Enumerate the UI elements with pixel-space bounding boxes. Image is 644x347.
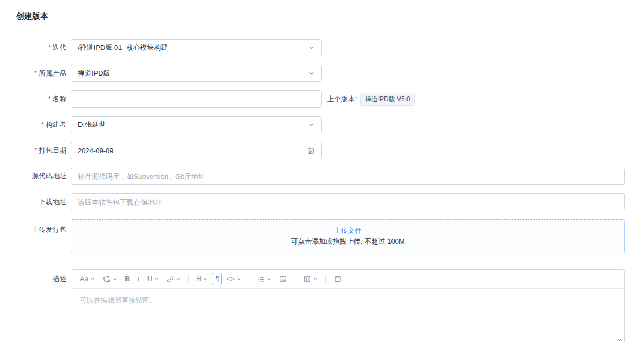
- italic-glyph: I: [137, 275, 139, 283]
- source-code-input[interactable]: [71, 168, 625, 185]
- required-mark: *: [34, 69, 37, 77]
- upload-label: 上传发行包: [16, 225, 66, 235]
- row-iteration: *迭代 /禅道IPD版 01- 核心模块构建: [16, 39, 644, 56]
- paragraph-button[interactable]: ¶: [212, 273, 222, 285]
- code-button[interactable]: <>: [223, 273, 244, 285]
- panel-button[interactable]: [330, 273, 345, 285]
- editor-content-area[interactable]: 可以在编辑器直接贴图。: [71, 289, 624, 343]
- row-description: 描述 Aa B I U: [16, 269, 644, 343]
- toolbar-divider: [325, 275, 326, 283]
- chevron-down-icon: [236, 277, 241, 282]
- product-select[interactable]: 禅道IPD版: [71, 65, 322, 82]
- description-editor: Aa B I U: [71, 269, 625, 343]
- row-name: *名称 上个版本: 禅道IPD版 V5.0: [16, 90, 644, 108]
- product-label: *所属产品: [16, 69, 66, 78]
- paragraph-glyph: ¶: [215, 275, 219, 283]
- image-icon: [279, 275, 287, 283]
- required-mark: *: [34, 146, 37, 154]
- bold-glyph: B: [125, 275, 130, 283]
- chevron-down-icon: [313, 277, 318, 282]
- image-button[interactable]: [276, 273, 291, 285]
- code-glyph: <>: [226, 275, 234, 283]
- upload-dropzone[interactable]: 上传文件 可点击添加或拖拽上传, 不超过 100M: [71, 219, 625, 253]
- chevron-down-icon: [203, 277, 208, 282]
- row-download: 下载地址: [16, 193, 644, 210]
- color-palette-icon: [102, 275, 111, 283]
- table-button[interactable]: [300, 273, 321, 285]
- toolbar-divider: [188, 275, 189, 283]
- calendar-icon: [307, 147, 315, 155]
- page-title: 创建版本: [16, 11, 644, 21]
- name-input[interactable]: [71, 90, 322, 108]
- row-source-code: 源代码地址: [16, 168, 644, 185]
- chevron-down-icon: [308, 122, 315, 128]
- font-style-glyph: Aa: [80, 275, 88, 283]
- iteration-select-value: /禅道IPD版 01- 核心模块构建: [78, 43, 168, 52]
- link-icon: [166, 275, 174, 283]
- upload-file-link[interactable]: 上传文件: [334, 226, 362, 236]
- link-button[interactable]: [163, 273, 184, 285]
- italic-button[interactable]: I: [134, 273, 143, 285]
- required-mark: *: [41, 120, 44, 129]
- iteration-label: *迭代: [16, 43, 66, 52]
- toolbar-divider: [249, 275, 249, 283]
- name-label: *名称: [16, 94, 66, 104]
- create-build-page: 创建版本 *迭代 /禅道IPD版 01- 核心模块构建 *所属产品 禅道IPD版…: [0, 0, 644, 343]
- underline-glyph: U: [147, 275, 152, 283]
- underline-button[interactable]: U: [144, 273, 162, 285]
- chevron-down-icon: [308, 44, 315, 51]
- editor-toolbar: Aa B I U: [71, 270, 624, 289]
- row-build-date: *打包日期 2024-09-09: [16, 142, 644, 159]
- build-date-label: *打包日期: [16, 146, 66, 155]
- chevron-down-icon: [308, 70, 315, 77]
- list-button[interactable]: [254, 273, 275, 285]
- iteration-select[interactable]: /禅道IPD版 01- 核心模块构建: [71, 39, 322, 56]
- product-select-value: 禅道IPD版: [78, 69, 110, 78]
- heading-button[interactable]: H: [193, 273, 211, 285]
- resize-handle[interactable]: [617, 335, 623, 341]
- description-label: 描述: [16, 274, 66, 284]
- row-upload: 上传发行包 上传文件 可点击添加或拖拽上传, 不超过 100M: [16, 219, 644, 253]
- previous-version-badge: 禅道IPD版 V5.0: [360, 93, 415, 106]
- heading-glyph: H: [196, 275, 201, 283]
- build-date-value: 2024-09-09: [78, 147, 114, 155]
- chevron-down-icon: [90, 277, 95, 282]
- row-builder: *构建者 D:张延世: [16, 116, 644, 133]
- chevron-down-icon: [176, 277, 181, 282]
- bold-button[interactable]: B: [122, 273, 133, 285]
- builder-select-value: D:张延世: [78, 120, 106, 130]
- previous-version-label: 上个版本:: [327, 94, 357, 104]
- builder-select[interactable]: D:张延世: [71, 116, 322, 133]
- table-icon: [303, 275, 312, 283]
- source-code-label: 源代码地址: [16, 171, 66, 181]
- required-mark: *: [48, 43, 51, 51]
- list-icon: [257, 275, 265, 283]
- required-mark: *: [48, 95, 51, 103]
- toolbar-divider: [295, 275, 295, 283]
- create-build-form: *迭代 /禅道IPD版 01- 核心模块构建 *所属产品 禅道IPD版 *名称 …: [16, 39, 644, 343]
- font-style-button[interactable]: Aa: [77, 273, 98, 285]
- row-product: *所属产品 禅道IPD版: [16, 65, 644, 82]
- download-input[interactable]: [71, 193, 625, 210]
- text-color-button[interactable]: [99, 273, 121, 285]
- editor-placeholder: 可以在编辑器直接贴图。: [80, 296, 157, 304]
- previous-version: 上个版本: 禅道IPD版 V5.0: [327, 93, 415, 106]
- upload-hint: 可点击添加或拖拽上传, 不超过 100M: [291, 237, 404, 246]
- download-label: 下载地址: [16, 197, 66, 207]
- chevron-down-icon: [267, 277, 271, 282]
- chevron-down-icon: [154, 277, 159, 282]
- chevron-down-icon: [113, 277, 117, 282]
- panel-icon: [334, 275, 342, 283]
- build-date-input[interactable]: 2024-09-09: [71, 142, 322, 159]
- builder-label: *构建者: [16, 120, 66, 130]
